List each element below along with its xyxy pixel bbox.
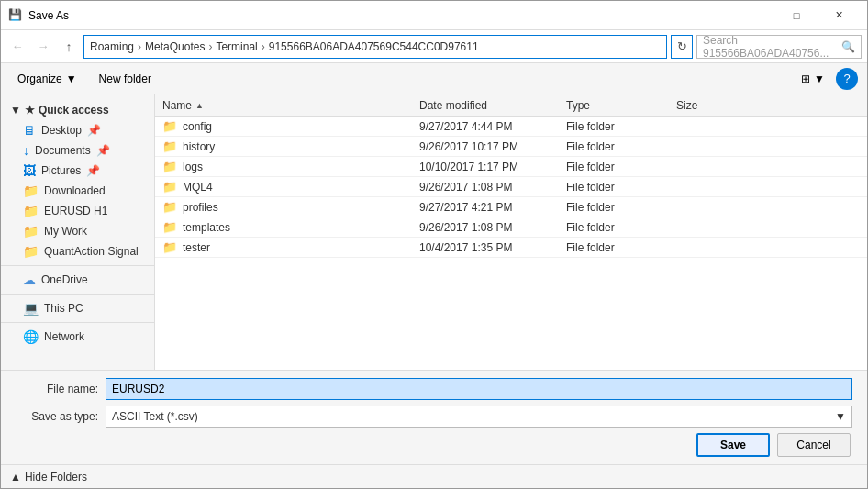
- sidebar: ▼ ★ Quick access 🖥 Desktop 📌 ↓ Documents…: [1, 94, 155, 370]
- maximize-button[interactable]: □: [775, 1, 818, 30]
- column-size-header[interactable]: Size: [676, 99, 750, 112]
- minimize-button[interactable]: —: [733, 1, 775, 30]
- search-placeholder: Search 915566BA06ADA40756...: [703, 34, 838, 60]
- breadcrumb-part-1: Roaming: [90, 40, 134, 53]
- file-date: 9/26/2017 1:08 PM: [419, 221, 566, 234]
- column-name-header[interactable]: Name ▲: [162, 99, 419, 112]
- sidebar-item-documents-label: Documents: [35, 144, 91, 157]
- saveas-label: Save as type:: [16, 410, 98, 423]
- sidebar-item-thispc-label: This PC: [44, 302, 83, 315]
- sidebar-item-quantaction[interactable]: 📁 QuantAction Signal: [1, 241, 154, 261]
- table-row[interactable]: 📁 tester 10/4/2017 1:35 PM File folder: [155, 238, 867, 258]
- sidebar-item-mywork[interactable]: 📁 My Work: [1, 221, 154, 241]
- toolbar: Organize ▼ New folder ⊞ ▼ ?: [1, 63, 867, 94]
- file-date: 9/26/2017 1:08 PM: [419, 181, 566, 194]
- onedrive-icon: ☁: [23, 272, 36, 287]
- filename-input[interactable]: [106, 378, 852, 400]
- breadcrumb: Roaming › MetaQuotes › Terminal › 915566…: [90, 40, 479, 53]
- saveas-select[interactable]: ASCII Text (*.csv) ▼: [106, 406, 852, 428]
- help-button[interactable]: ?: [836, 68, 858, 90]
- thispc-icon: 💻: [23, 301, 39, 316]
- sidebar-item-network[interactable]: 🌐 Network: [1, 327, 154, 347]
- view-chevron-icon: ▼: [814, 72, 825, 85]
- saveas-value: ASCII Text (*.csv): [112, 410, 198, 423]
- file-rows-container: 📁 config 9/27/2017 4:44 PM File folder 📁…: [155, 117, 867, 258]
- folder-icon: 📁: [162, 139, 177, 153]
- back-button[interactable]: ←: [6, 36, 28, 58]
- cancel-button[interactable]: Cancel: [777, 433, 851, 457]
- sort-arrow-icon: ▲: [195, 101, 204, 110]
- table-row[interactable]: 📁 logs 10/10/2017 1:17 PM File folder: [155, 157, 867, 177]
- sidebar-item-desktop[interactable]: 🖥 Desktop 📌: [1, 120, 154, 140]
- filename-label: File name:: [16, 383, 98, 395]
- sidebar-item-pictures-label: Pictures: [41, 164, 81, 177]
- folder-icon: 📁: [162, 240, 177, 254]
- address-bar[interactable]: Roaming › MetaQuotes › Terminal › 915566…: [83, 35, 667, 59]
- file-name: profiles: [183, 201, 218, 214]
- sidebar-item-network-label: Network: [44, 330, 84, 343]
- folder-icon: 📁: [162, 200, 177, 214]
- hide-folders-bar[interactable]: ▲ Hide Folders: [1, 464, 867, 488]
- sidebar-item-eurusd[interactable]: 📁 EURUSD H1: [1, 201, 154, 221]
- view-toggle-button[interactable]: ⊞ ▼: [794, 68, 832, 90]
- organize-button[interactable]: Organize ▼: [10, 68, 84, 90]
- table-row[interactable]: 📁 config 9/27/2017 4:44 PM File folder: [155, 117, 867, 137]
- main-content: ▼ ★ Quick access 🖥 Desktop 📌 ↓ Documents…: [1, 94, 867, 370]
- documents-folder-icon: ↓: [23, 143, 29, 158]
- organize-chevron-icon: ▼: [66, 72, 77, 85]
- quick-access-label: Quick access: [39, 104, 109, 117]
- sidebar-item-thispc[interactable]: 💻 This PC: [1, 298, 154, 318]
- new-folder-button[interactable]: New folder: [92, 68, 159, 90]
- table-row[interactable]: 📁 profiles 9/27/2017 4:21 PM File folder: [155, 197, 867, 217]
- file-type: File folder: [566, 201, 676, 214]
- quick-access-icon: ★: [25, 104, 35, 117]
- pin-icon-pics: 📌: [86, 164, 100, 177]
- folder-icon: 📁: [162, 119, 177, 133]
- save-button[interactable]: Save: [696, 433, 770, 457]
- window-icon: 💾: [8, 8, 23, 23]
- organize-label: Organize: [17, 72, 62, 85]
- table-row[interactable]: 📁 history 9/26/2017 10:17 PM File folder: [155, 137, 867, 157]
- sidebar-item-pictures[interactable]: 🖼 Pictures 📌: [1, 161, 154, 181]
- column-date-header[interactable]: Date modified: [419, 99, 566, 112]
- folder-icon: 📁: [162, 160, 177, 173]
- mywork-folder-icon: 📁: [23, 224, 39, 239]
- new-folder-label: New folder: [99, 72, 151, 85]
- file-type: File folder: [566, 221, 676, 234]
- file-type: File folder: [566, 140, 676, 153]
- sidebar-item-documents[interactable]: ↓ Documents 📌: [1, 140, 154, 161]
- forward-button[interactable]: →: [32, 36, 54, 58]
- file-list: Name ▲ Date modified Type Size 📁 config: [155, 94, 867, 370]
- quick-access-header[interactable]: ▼ ★ Quick access: [1, 98, 154, 120]
- title-bar: 💾 Save As — □ ✕: [1, 1, 867, 30]
- refresh-button[interactable]: ↻: [671, 35, 693, 59]
- downloaded-folder-icon: 📁: [23, 183, 39, 198]
- quantaction-folder-icon: 📁: [23, 244, 39, 259]
- sidebar-item-eurusd-label: EURUSD H1: [44, 205, 107, 217]
- pictures-folder-icon: 🖼: [23, 163, 36, 178]
- file-type: File folder: [566, 161, 676, 173]
- column-type-header[interactable]: Type: [566, 99, 676, 112]
- desktop-folder-icon: 🖥: [23, 123, 36, 138]
- sidebar-item-onedrive[interactable]: ☁ OneDrive: [1, 270, 154, 290]
- table-row[interactable]: 📁 MQL4 9/26/2017 1:08 PM File folder: [155, 177, 867, 197]
- file-date: 9/26/2017 10:17 PM: [419, 140, 566, 153]
- up-button[interactable]: ↑: [58, 36, 80, 58]
- hide-folders-label: Hide Folders: [25, 471, 87, 483]
- file-date: 9/27/2017 4:21 PM: [419, 201, 566, 214]
- close-button[interactable]: ✕: [818, 1, 860, 30]
- file-name: tester: [183, 241, 210, 254]
- sidebar-item-downloaded[interactable]: 📁 Downloaded: [1, 181, 154, 201]
- sidebar-divider-2: [1, 294, 154, 295]
- sidebar-divider-1: [1, 265, 154, 266]
- network-icon: 🌐: [23, 329, 39, 344]
- pin-icon-docs: 📌: [96, 144, 110, 157]
- sidebar-item-onedrive-label: OneDrive: [41, 273, 88, 286]
- view-icon: ⊞: [801, 72, 810, 85]
- table-row[interactable]: 📁 templates 9/26/2017 1:08 PM File folde…: [155, 217, 867, 238]
- file-name: config: [183, 120, 212, 133]
- folder-icon: 📁: [162, 220, 177, 234]
- search-box[interactable]: Search 915566BA06ADA40756... 🔍: [696, 35, 862, 59]
- save-as-dialog: 💾 Save As — □ ✕ ← → ↑ Roaming › MetaQuot…: [0, 0, 868, 489]
- address-bar-area: ← → ↑ Roaming › MetaQuotes › Terminal › …: [1, 30, 867, 63]
